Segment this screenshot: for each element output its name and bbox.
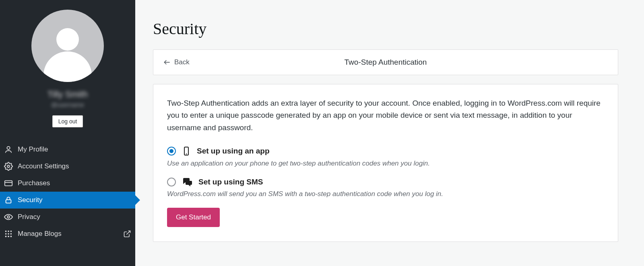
option-sms[interactable]: Set up using SMS [167, 177, 604, 187]
main-content: Security Back Two-Step Authentication Tw… [135, 0, 644, 266]
option-description: WordPress.com will send you an SMS with … [167, 190, 604, 198]
svg-point-14 [10, 236, 12, 237]
page-title: Security [153, 19, 618, 38]
avatar[interactable] [31, 10, 104, 82]
section-header-card: Back Two-Step Authentication [153, 49, 618, 75]
svg-rect-4 [6, 200, 11, 203]
chat-bubbles-icon [182, 177, 193, 187]
sidebar-item-label: Purchases [18, 179, 50, 187]
display-name: Tilly Smith [47, 89, 88, 100]
person-icon [4, 145, 13, 154]
card-icon [4, 179, 13, 188]
svg-point-5 [7, 216, 10, 218]
content-card: Two-Step Authentication adds an extra la… [153, 84, 618, 242]
sidebar-item-label: Account Settings [18, 162, 69, 170]
svg-point-6 [5, 231, 7, 232]
logout-button[interactable]: Log out [52, 115, 83, 127]
sidebar-item-label: Manage Blogs [18, 230, 62, 238]
svg-point-8 [10, 231, 12, 232]
external-link-icon [123, 230, 131, 238]
arrow-left-icon [163, 58, 171, 66]
sidebar-item-manage-blogs[interactable]: Manage Blogs [0, 225, 135, 242]
grid-icon [4, 229, 13, 238]
lock-icon [4, 196, 13, 205]
sidebar-nav: My Profile Account Settings Purchases Se… [0, 141, 135, 242]
radio-sms[interactable] [167, 178, 176, 186]
sidebar: Tilly Smith @username Log out My Profile… [0, 0, 135, 266]
sidebar-item-label: Privacy [18, 213, 40, 221]
sidebar-item-my-profile[interactable]: My Profile [0, 141, 135, 158]
svg-point-0 [7, 147, 10, 149]
option-description: Use an application on your phone to get … [167, 160, 604, 168]
radio-app[interactable] [167, 147, 176, 156]
eye-icon [4, 213, 13, 221]
sidebar-item-label: My Profile [18, 145, 48, 153]
svg-point-1 [7, 165, 10, 168]
svg-line-15 [126, 231, 130, 235]
smartphone-icon [182, 146, 191, 156]
svg-point-11 [10, 233, 12, 235]
option-app[interactable]: Set up using an app [167, 146, 604, 156]
svg-point-12 [5, 236, 7, 237]
svg-point-13 [8, 236, 9, 237]
sidebar-item-privacy[interactable]: Privacy [0, 209, 135, 225]
username: @username [51, 101, 84, 108]
back-label: Back [174, 58, 190, 66]
svg-point-7 [8, 231, 9, 232]
option-label: Set up using SMS [198, 178, 263, 186]
svg-point-9 [5, 233, 7, 235]
get-started-button[interactable]: Get Started [167, 208, 220, 227]
intro-text: Two-Step Authentication adds an extra la… [167, 97, 604, 134]
option-label: Set up using an app [197, 147, 270, 156]
sidebar-item-label: Security [18, 196, 42, 204]
sidebar-item-account-settings[interactable]: Account Settings [0, 158, 135, 175]
sidebar-item-security[interactable]: Security [0, 192, 135, 209]
svg-rect-2 [5, 181, 12, 186]
sidebar-item-purchases[interactable]: Purchases [0, 175, 135, 192]
svg-point-10 [8, 233, 9, 235]
back-button[interactable]: Back [163, 58, 190, 66]
profile-block: Tilly Smith @username Log out [0, 0, 135, 135]
gear-icon [4, 162, 13, 171]
section-title: Two-Step Authentication [163, 58, 608, 67]
